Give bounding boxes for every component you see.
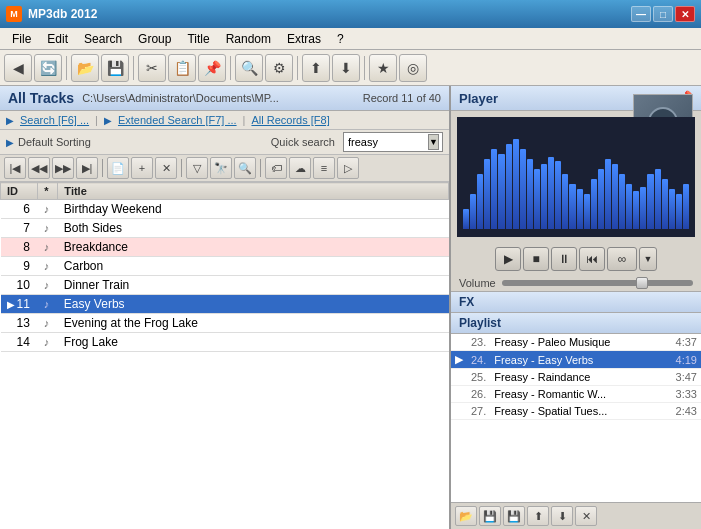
tb2-delete[interactable]: ✕ bbox=[155, 157, 177, 179]
quick-search-dropdown[interactable]: ▼ bbox=[428, 134, 439, 150]
extended-search-link[interactable]: Extended Search [F7] ... bbox=[118, 114, 237, 126]
pl-remove[interactable]: ✕ bbox=[575, 506, 597, 526]
tb2-cloud[interactable]: ☁ bbox=[289, 157, 311, 179]
pl-open[interactable]: 📂 bbox=[455, 506, 477, 526]
search-play-icon: ▶ bbox=[6, 115, 14, 126]
table-row[interactable]: ▶11♪Easy Verbs bbox=[1, 295, 449, 314]
pl-down[interactable]: ⬇ bbox=[551, 506, 573, 526]
pl-play-indicator bbox=[451, 369, 467, 386]
eq-bar bbox=[640, 187, 646, 229]
menu-group[interactable]: Group bbox=[130, 30, 179, 48]
tb2-add[interactable]: + bbox=[131, 157, 153, 179]
menu-title[interactable]: Title bbox=[179, 30, 217, 48]
playlist-item[interactable]: 25.Freasy - Raindance3:47 bbox=[451, 369, 701, 386]
volume-thumb[interactable] bbox=[636, 277, 648, 289]
nav-next[interactable]: ▶▶ bbox=[52, 157, 74, 179]
playlist-item[interactable]: 26.Freasy - Romantic W...3:33 bbox=[451, 386, 701, 403]
panel-title: All Tracks bbox=[8, 90, 74, 106]
tb-extra2[interactable]: ◎ bbox=[399, 54, 427, 82]
pl-time: 3:47 bbox=[671, 369, 701, 386]
minimize-button[interactable]: — bbox=[631, 6, 651, 22]
table-row[interactable]: 13♪Evening at the Frog Lake bbox=[1, 314, 449, 333]
col-title[interactable]: Title bbox=[58, 183, 449, 200]
nav-first[interactable]: |◀ bbox=[4, 157, 26, 179]
table-row[interactable]: 10♪Dinner Train bbox=[1, 276, 449, 295]
eq-bar bbox=[491, 149, 497, 229]
track-id: ▶11 bbox=[1, 295, 38, 314]
pause-button[interactable]: ⏸ bbox=[551, 247, 577, 271]
menu-extras[interactable]: Extras bbox=[279, 30, 329, 48]
track-title: Dinner Train bbox=[58, 276, 449, 295]
menu-help[interactable]: ? bbox=[329, 30, 352, 48]
tb2-more[interactable]: ≡ bbox=[313, 157, 335, 179]
tb-paste[interactable]: 📌 bbox=[198, 54, 226, 82]
playlist-item[interactable]: 23.Freasy - Paleo Musique4:37 bbox=[451, 334, 701, 351]
all-records-link[interactable]: All Records [F8] bbox=[251, 114, 329, 126]
playlist-title: Playlist bbox=[459, 316, 501, 330]
pl-time: 3:33 bbox=[671, 386, 701, 403]
track-id: 10 bbox=[1, 276, 38, 295]
pl-play-indicator bbox=[451, 403, 467, 420]
col-star[interactable]: * bbox=[38, 183, 58, 200]
menu-file[interactable]: File bbox=[4, 30, 39, 48]
eq-bar bbox=[577, 189, 583, 229]
tb-sep-4 bbox=[297, 56, 298, 80]
close-button[interactable]: ✕ bbox=[675, 6, 695, 22]
tb2-binoculars2[interactable]: 🔍 bbox=[234, 157, 256, 179]
pl-up[interactable]: ⬆ bbox=[527, 506, 549, 526]
tb-upload[interactable]: ⬆ bbox=[302, 54, 330, 82]
tb-search[interactable]: 🔍 bbox=[235, 54, 263, 82]
tb2-binoculars[interactable]: 🔭 bbox=[210, 157, 232, 179]
track-music-icon: ♪ bbox=[38, 314, 58, 333]
nav-prev[interactable]: ◀◀ bbox=[28, 157, 50, 179]
col-id[interactable]: ID bbox=[1, 183, 38, 200]
tb2-filter[interactable]: ▽ bbox=[186, 157, 208, 179]
tb-cut[interactable]: ✂ bbox=[138, 54, 166, 82]
menu-edit[interactable]: Edit bbox=[39, 30, 76, 48]
loop-button[interactable]: ∞ bbox=[607, 247, 637, 271]
player-title: Player bbox=[459, 91, 498, 106]
ext-search-play-icon: ▶ bbox=[104, 115, 112, 126]
tb-save[interactable]: 💾 bbox=[101, 54, 129, 82]
tb2-tag[interactable]: 🏷 bbox=[265, 157, 287, 179]
eq-bar bbox=[534, 169, 540, 229]
track-title: Carbon bbox=[58, 257, 449, 276]
play-button[interactable]: ▶ bbox=[495, 247, 521, 271]
table-row[interactable]: 8♪Breakdance bbox=[1, 238, 449, 257]
volume-slider[interactable] bbox=[502, 280, 693, 286]
stop-button[interactable]: ■ bbox=[523, 247, 549, 271]
menu-random[interactable]: Random bbox=[218, 30, 279, 48]
playlist-item[interactable]: ▶24.Freasy - Easy Verbs4:19 bbox=[451, 351, 701, 369]
prev-button[interactable]: ⏮ bbox=[579, 247, 605, 271]
tb-copy[interactable]: 📋 bbox=[168, 54, 196, 82]
tb-download[interactable]: ⬇ bbox=[332, 54, 360, 82]
dropdown-button[interactable]: ▼ bbox=[639, 247, 657, 271]
table-row[interactable]: 7♪Both Sides bbox=[1, 219, 449, 238]
playlist-item[interactable]: 27.Freasy - Spatial Tues...2:43 bbox=[451, 403, 701, 420]
nav-last[interactable]: ▶| bbox=[76, 157, 98, 179]
menu-search[interactable]: Search bbox=[76, 30, 130, 48]
pl-play-indicator bbox=[451, 334, 467, 351]
tb-settings[interactable]: ⚙ bbox=[265, 54, 293, 82]
pl-save[interactable]: 💾 bbox=[479, 506, 501, 526]
table-row[interactable]: 6♪Birthday Weekend bbox=[1, 200, 449, 219]
tb2-new[interactable]: 📄 bbox=[107, 157, 129, 179]
fx-section: FX bbox=[451, 291, 701, 313]
eq-bar bbox=[612, 164, 618, 229]
quick-search-input[interactable] bbox=[348, 136, 428, 148]
tb-refresh[interactable]: 🔄 bbox=[34, 54, 62, 82]
search-f6-link[interactable]: Search [F6] ... bbox=[20, 114, 89, 126]
table-row[interactable]: 14♪Frog Lake bbox=[1, 333, 449, 352]
quick-search-combo[interactable]: ▼ bbox=[343, 132, 443, 152]
tb-extra[interactable]: ★ bbox=[369, 54, 397, 82]
pl-save2[interactable]: 💾 bbox=[503, 506, 525, 526]
track-music-icon: ♪ bbox=[38, 276, 58, 295]
tb-back[interactable]: ◀ bbox=[4, 54, 32, 82]
table-row[interactable]: 9♪Carbon bbox=[1, 257, 449, 276]
eq-bar bbox=[619, 174, 625, 229]
tb2-arrow[interactable]: ▷ bbox=[337, 157, 359, 179]
pl-time: 2:43 bbox=[671, 403, 701, 420]
tb-open[interactable]: 📂 bbox=[71, 54, 99, 82]
maximize-button[interactable]: □ bbox=[653, 6, 673, 22]
search-divider-2: | bbox=[243, 114, 246, 126]
